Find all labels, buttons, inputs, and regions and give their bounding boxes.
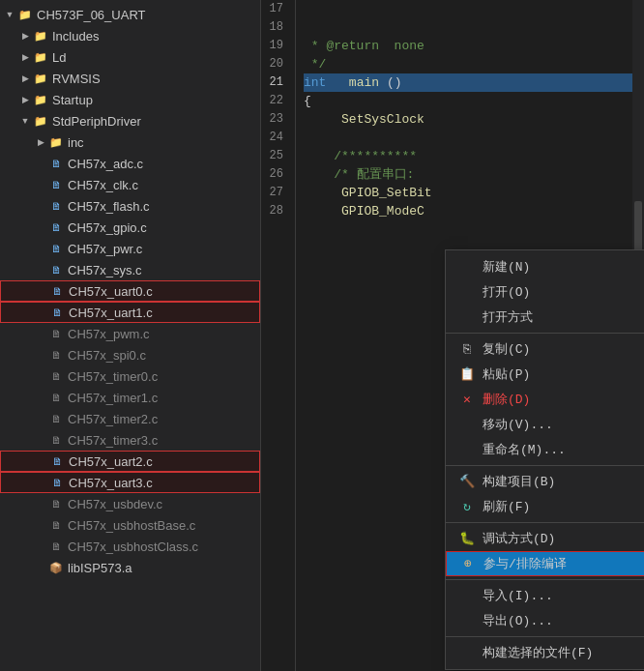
spi0-file-icon: 🗎 [48, 347, 64, 363]
menu-item-copy[interactable]: ⎘ 复制(C) Ctrl+C [446, 336, 644, 362]
tree-item-uart3[interactable]: ▶ 🗎 CH57x_uart3.c [0, 472, 260, 493]
uart3-label: CH57x_uart3.c [69, 476, 153, 490]
includes-label: Includes [52, 29, 99, 44]
menu-item-export[interactable]: 导出(O)... [446, 608, 644, 633]
tree-container: ▼ 📁 CH573F_06_UART ▶ 📁 Includes ▶ 📁 Ld ▶… [0, 0, 260, 671]
uart3-file-icon: 🗎 [49, 475, 65, 490]
menu-item-open[interactable]: 打开(O) [446, 279, 644, 305]
menu-item-openwith[interactable]: 打开方式 › [446, 305, 644, 330]
tree-item-pwm[interactable]: ▶ 🗎 CH57x_pwm.c [0, 323, 260, 344]
refresh-icon: ↻ [457, 498, 477, 516]
menu-item-debug[interactable]: 🐛 调试方式(D) › [446, 526, 644, 551]
pwr-file-icon: 🗎 [48, 241, 64, 256]
menu-separator-1 [446, 333, 644, 334]
expand-arrow-root: ▼ [4, 9, 15, 20]
inc-label: inc [68, 135, 84, 150]
usbhostbase-file-icon: 🗎 [48, 517, 64, 533]
clk-label: CH57x_clk.c [68, 178, 138, 192]
file-tree-panel: ▼ 📁 CH573F_06_UART ▶ 📁 Includes ▶ 📁 Ld ▶… [0, 0, 261, 671]
gpio-label: CH57x_gpio.c [68, 220, 147, 235]
context-menu: 新建(N) › 打开(O) 打开方式 › ⎘ 复制(C) Ctrl+C [445, 249, 644, 670]
tree-item-usbhostbase[interactable]: ▶ 🗎 CH57x_usbhostBase.c [0, 514, 260, 536]
timer3-label: CH57x_timer3.c [68, 433, 158, 448]
menu-item-exclude-compile[interactable]: ⊕ 参与/排除编译 [446, 551, 644, 576]
menu-separator-5 [446, 636, 644, 637]
build-label: 构建项目(B) [483, 473, 644, 491]
tree-item-timer3[interactable]: ▶ 🗎 CH57x_timer3.c [0, 429, 260, 451]
build-selected-label: 构建选择的文件(F) [483, 644, 644, 662]
sys-label: CH57x_sys.c [68, 263, 142, 277]
expand-arrow-stdperiph: ▼ [19, 115, 31, 127]
tree-item-usbhostclass[interactable]: ▶ 🗎 CH57x_usbhostClass.c [0, 536, 260, 557]
expand-arrow-ld: ▶ [19, 51, 31, 63]
export-label: 导出(O)... [483, 612, 644, 630]
expand-arrow-includes: ▶ [19, 30, 31, 42]
menu-separator-3 [446, 522, 644, 523]
uart0-file-icon: 🗎 [49, 283, 65, 299]
timer1-label: CH57x_timer1.c [68, 391, 158, 405]
menu-item-import[interactable]: 导入(I)... [446, 583, 644, 608]
adc-file-icon: 🗎 [48, 156, 64, 171]
tree-item-includes[interactable]: ▶ 📁 Includes [0, 25, 260, 46]
menu-item-delete[interactable]: ✕ 删除(D) 删除 [446, 387, 644, 412]
tree-item-startup[interactable]: ▶ 📁 Startup [0, 89, 260, 110]
usbdev-file-icon: 🗎 [48, 496, 64, 511]
delete-label: 删除(D) [483, 391, 644, 409]
expand-arrow-startup: ▶ [19, 94, 31, 105]
tree-item-timer2[interactable]: ▶ 🗎 CH57x_timer2.c [0, 408, 260, 429]
menu-item-build[interactable]: 🔨 构建项目(B) F7 [446, 469, 644, 494]
tree-item-timer0[interactable]: ▶ 🗎 CH57x_timer0.c [0, 365, 260, 387]
menu-separator-2 [446, 465, 644, 466]
menu-item-rename[interactable]: 重命名(M)... F2 [446, 437, 644, 462]
pwr-label: CH57x_pwr.c [68, 242, 142, 256]
libisp-label: libISP573.a [68, 561, 132, 575]
tree-item-sys[interactable]: ▶ 🗎 CH57x_sys.c [0, 259, 260, 280]
timer0-file-icon: 🗎 [48, 368, 64, 384]
menu-item-refresh[interactable]: ↻ 刷新(F) F5 [446, 494, 644, 519]
tree-item-timer1[interactable]: ▶ 🗎 CH57x_timer1.c [0, 387, 260, 408]
ld-label: Ld [52, 50, 66, 65]
project-icon: 📁 [17, 7, 33, 22]
pwm-file-icon: 🗎 [48, 326, 64, 341]
usbhostclass-label: CH57x_usbhostClass.c [68, 540, 198, 554]
tree-item-adc[interactable]: ▶ 🗎 CH57x_adc.c [0, 153, 260, 174]
timer1-file-icon: 🗎 [48, 390, 64, 405]
copy-icon: ⎘ [457, 340, 477, 359]
menu-item-move[interactable]: 移动(V)... [446, 412, 644, 437]
flash-label: CH57x_flash.c [68, 199, 150, 214]
tree-item-uart1[interactable]: ▶ 🗎 CH57x_uart1.c [0, 302, 260, 323]
expand-arrow-inc: ▶ [35, 136, 46, 148]
import-label: 导入(I)... [483, 587, 644, 605]
tree-item-ld[interactable]: ▶ 📁 Ld [0, 46, 260, 68]
tree-item-pwr[interactable]: ▶ 🗎 CH57x_pwr.c [0, 238, 260, 259]
startup-folder-icon: 📁 [33, 92, 48, 107]
uart0-label: CH57x_uart0.c [69, 284, 153, 299]
tree-item-flash[interactable]: ▶ 🗎 CH57x_flash.c [0, 195, 260, 217]
tree-root-item[interactable]: ▼ 📁 CH573F_06_UART [0, 4, 260, 25]
paste-icon: 📋 [457, 365, 477, 384]
timer2-label: CH57x_timer2.c [68, 412, 158, 426]
exclude-compile-label: 参与/排除编译 [483, 555, 644, 573]
clk-file-icon: 🗎 [48, 177, 64, 192]
sys-file-icon: 🗎 [48, 262, 64, 277]
tree-item-spi0[interactable]: ▶ 🗎 CH57x_spi0.c [0, 344, 260, 365]
tree-item-gpio[interactable]: ▶ 🗎 CH57x_gpio.c [0, 217, 260, 238]
tree-item-uart0[interactable]: ▶ 🗎 CH57x_uart0.c [0, 280, 260, 302]
tree-item-usbdev[interactable]: ▶ 🗎 CH57x_usbdev.c [0, 493, 260, 514]
menu-item-new[interactable]: 新建(N) › [446, 254, 644, 279]
tree-item-stdperiph[interactable]: ▼ 📁 StdPeriphDriver [0, 110, 260, 131]
libisp-file-icon: 📦 [48, 560, 64, 575]
menu-item-paste[interactable]: 📋 粘贴(P) Ctrl+V [446, 362, 644, 387]
tree-item-rvmsis[interactable]: ▶ 📁 RVMSIS [0, 68, 260, 89]
tree-item-inc[interactable]: ▶ 📁 inc [0, 131, 260, 153]
menu-item-build-selected[interactable]: 构建选择的文件(F) [446, 640, 644, 665]
startup-label: Startup [52, 93, 93, 107]
spi0-label: CH57x_spi0.c [68, 348, 146, 363]
adc-label: CH57x_adc.c [68, 157, 143, 171]
tree-item-libisp[interactable]: ▶ 📦 libISP573.a [0, 557, 260, 578]
inc-folder-icon: 📁 [48, 134, 64, 150]
uart2-file-icon: 🗎 [49, 453, 65, 469]
uart1-file-icon: 🗎 [49, 305, 65, 320]
tree-item-uart2[interactable]: ▶ 🗎 CH57x_uart2.c [0, 451, 260, 472]
tree-item-clk[interactable]: ▶ 🗎 CH57x_clk.c [0, 174, 260, 195]
